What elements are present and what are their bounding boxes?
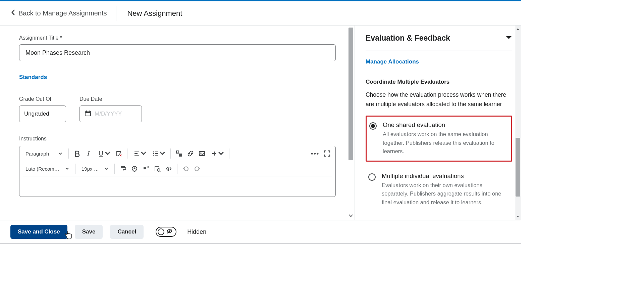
block-format-dropdown[interactable]: Paragraph <box>22 148 66 159</box>
svg-line-35 <box>168 167 169 171</box>
insert-media-button[interactable] <box>173 148 185 159</box>
chevron-left-icon <box>11 9 15 17</box>
insert-image-button[interactable] <box>196 148 208 159</box>
chevron-down-icon <box>58 151 62 157</box>
svg-line-34 <box>160 171 160 172</box>
radio-multiple-individual[interactable]: Multiple individual evaluations Evaluato… <box>366 168 512 212</box>
chevron-down-icon <box>159 150 166 158</box>
radio-description: All evaluators work on the same evaluati… <box>383 130 508 156</box>
font-size-value: 19px … <box>82 166 99 172</box>
insert-more-dropdown[interactable] <box>208 148 226 159</box>
italic-button[interactable] <box>83 148 94 159</box>
font-family-dropdown[interactable]: Lato (Recom… <box>22 163 72 174</box>
format-paint-button[interactable] <box>117 163 129 174</box>
main-scrollbar-down-arrow[interactable] <box>347 212 355 219</box>
side-scrollbar-thumb[interactable] <box>516 138 520 197</box>
coordinate-heading: Coordinate Multiple Evaluators <box>366 79 512 85</box>
toolbar-separator <box>127 148 127 159</box>
header-divider <box>116 6 116 21</box>
svg-point-27 <box>134 168 136 169</box>
accessibility-button[interactable] <box>129 163 140 174</box>
toolbar-separator <box>75 164 75 174</box>
align-dropdown[interactable] <box>130 148 149 159</box>
undo-button[interactable] <box>180 163 192 174</box>
underline-dropdown[interactable] <box>94 148 113 159</box>
instructions-label: Instructions <box>19 136 341 142</box>
block-format-value: Paragraph <box>25 151 49 157</box>
back-link-label: Back to Manage Assignments <box>18 9 107 17</box>
grade-select[interactable]: Ungraded <box>19 105 66 122</box>
back-link[interactable]: Back to Manage Assignments <box>11 9 116 17</box>
rich-text-editor: Paragraph ••• <box>19 146 336 197</box>
grade-field: Grade Out Of Ungraded <box>19 96 66 122</box>
standards-link[interactable]: Standards <box>19 74 47 81</box>
panel-header[interactable]: Evaluation & Feedback <box>366 34 512 50</box>
font-size-dropdown[interactable]: 19px … <box>78 163 112 174</box>
svg-rect-0 <box>85 111 91 116</box>
main-scrollbar-thumb[interactable] <box>348 28 353 160</box>
font-family-value: Lato (Recom… <box>25 166 59 172</box>
save-button[interactable]: Save <box>75 225 103 239</box>
chevron-down-icon <box>104 150 111 158</box>
collapse-caret-icon <box>505 35 512 41</box>
manage-allocations-link[interactable]: Manage Allocations <box>366 58 419 65</box>
panel-title: Evaluation & Feedback <box>366 34 450 43</box>
due-date-field: Due Date M/D/YYYY <box>79 96 142 122</box>
chevron-down-icon <box>140 150 147 158</box>
side-panel: Evaluation & Feedback Manage Allocations… <box>355 26 521 220</box>
coordinate-description: Choose how the evaluation process works … <box>366 90 512 109</box>
evaluator-mode-radio-group: One shared evaluation All evaluators wor… <box>366 116 512 211</box>
toolbar-separator <box>170 148 171 159</box>
radio-label: One shared evaluation <box>383 121 508 129</box>
visibility-toggle[interactable] <box>156 227 176 237</box>
editor-toolbar-row-1: Paragraph ••• <box>19 146 335 161</box>
visibility-label: Hidden <box>187 228 206 236</box>
grade-label: Grade Out Of <box>19 96 66 102</box>
editor-body[interactable] <box>19 176 335 197</box>
svg-text:123: 123 <box>147 166 149 168</box>
radio-input[interactable] <box>368 173 376 181</box>
svg-rect-21 <box>180 154 181 156</box>
word-count-button[interactable]: 123 <box>140 163 152 174</box>
save-and-close-button[interactable]: Save and Close <box>10 225 67 239</box>
chevron-down-icon <box>65 166 69 172</box>
list-dropdown[interactable] <box>149 148 168 159</box>
footer-bar: Save and Close Save Cancel Hidden <box>0 220 521 243</box>
svg-rect-26 <box>121 166 125 168</box>
svg-point-13 <box>153 152 154 153</box>
toolbar-separator <box>114 164 115 174</box>
chevron-down-icon <box>104 166 108 172</box>
radio-label: Multiple individual evaluations <box>382 172 509 180</box>
svg-rect-22 <box>199 152 205 156</box>
bold-button[interactable] <box>71 148 83 159</box>
radio-input[interactable] <box>369 122 377 130</box>
page-title: New Assignment <box>127 9 182 18</box>
clear-format-button[interactable] <box>113 148 124 159</box>
more-actions-button[interactable]: ••• <box>309 148 321 159</box>
source-code-button[interactable] <box>163 163 174 174</box>
content-area: Assignment Title * Standards Grade Out O… <box>0 26 521 220</box>
redo-button[interactable] <box>192 163 203 174</box>
toggle-knob <box>158 228 164 235</box>
insert-link-button[interactable] <box>185 148 196 159</box>
due-date-label: Due Date <box>79 96 142 102</box>
cancel-button[interactable]: Cancel <box>110 225 144 239</box>
page-header: Back to Manage Assignments New Assignmen… <box>0 1 521 26</box>
side-scrollbar-up-arrow[interactable] <box>515 26 521 32</box>
preview-button[interactable] <box>152 163 163 174</box>
side-scrollbar-down-arrow[interactable] <box>515 213 521 219</box>
calendar-icon <box>85 110 91 118</box>
fullscreen-button[interactable] <box>321 148 333 159</box>
chevron-down-icon <box>218 150 224 158</box>
svg-line-6 <box>88 151 89 156</box>
hidden-eye-icon <box>166 228 172 236</box>
svg-point-15 <box>153 155 154 156</box>
svg-point-14 <box>153 153 154 154</box>
radio-one-shared[interactable]: One shared evaluation All evaluators wor… <box>366 116 512 162</box>
radio-dot <box>371 124 375 128</box>
due-date-placeholder: M/D/YYYY <box>95 111 122 117</box>
toolbar-separator <box>177 164 177 174</box>
due-date-input[interactable]: M/D/YYYY <box>79 105 142 122</box>
main-column: Assignment Title * Standards Grade Out O… <box>0 26 355 220</box>
assignment-title-input[interactable] <box>19 44 336 61</box>
